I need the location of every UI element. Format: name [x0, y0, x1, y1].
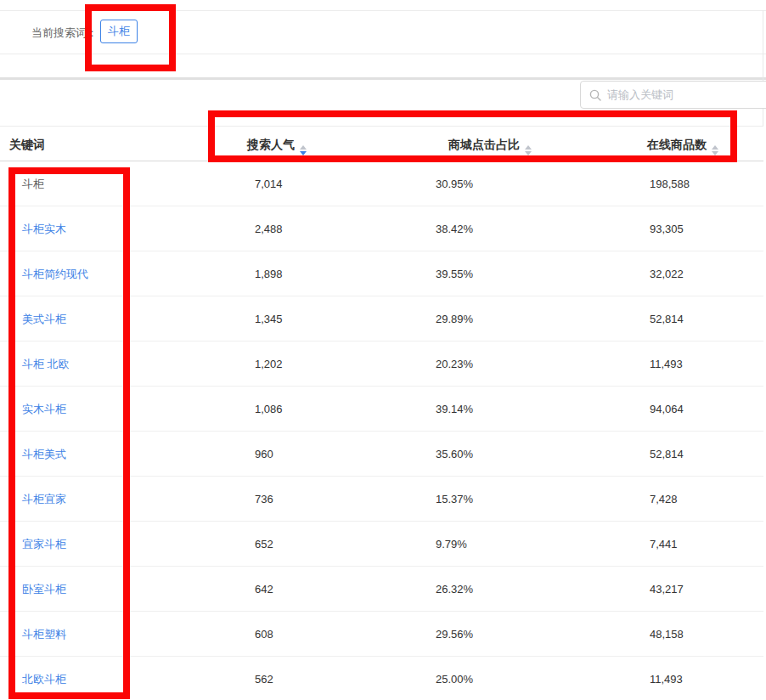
keyword-link[interactable]: 宜家斗柜	[22, 522, 66, 567]
sort-icon[interactable]	[525, 145, 532, 155]
mall-click-ratio-value: 29.89%	[436, 296, 473, 342]
mall-click-ratio-value: 35.60%	[436, 432, 473, 477]
search-icon	[589, 89, 601, 101]
keyword-link[interactable]: 北欧斗柜	[22, 657, 66, 700]
online-products-value: 11,493	[650, 342, 683, 387]
mall-click-ratio-value: 20.23%	[436, 342, 473, 387]
sort-icon[interactable]	[712, 145, 718, 155]
online-products-value: 43,217	[650, 567, 684, 612]
mall-click-ratio-value: 15.37%	[436, 477, 473, 522]
mall-click-ratio-value: 39.14%	[436, 387, 473, 432]
keyword-link[interactable]: 斗柜宜家	[22, 477, 66, 522]
current-search-term-label: 当前搜索词：	[31, 25, 98, 41]
online-products-value: 7,441	[650, 522, 678, 567]
table-row: 斗柜实木 2,488 38.42% 93,305	[0, 206, 763, 251]
current-search-term-tag[interactable]: 斗柜	[100, 20, 138, 43]
top-divider	[0, 10, 766, 11]
table-row: 斗柜美式 960 35.60% 52,814	[0, 432, 763, 477]
column-header-keyword: 关键词	[9, 127, 45, 162]
topbar-bottom-divider	[0, 54, 766, 54]
keyword-link[interactable]: 斗柜 北欧	[22, 342, 70, 387]
mall-click-ratio-value: 26.32%	[436, 567, 473, 612]
search-popularity-value: 608	[255, 612, 273, 657]
column-header-mall-click-ratio[interactable]: 商城点击占比	[448, 127, 532, 162]
search-popularity-value: 2,488	[255, 206, 283, 251]
keyword-link[interactable]: 斗柜简约现代	[22, 251, 88, 296]
mall-click-ratio-value: 25.00%	[436, 657, 473, 700]
search-popularity-value: 7,014	[255, 161, 283, 206]
online-products-value: 48,158	[650, 612, 684, 657]
mall-click-ratio-value: 38.42%	[436, 206, 473, 251]
sort-icon[interactable]	[300, 145, 307, 155]
keyword-link[interactable]: 卧室斗柜	[22, 567, 66, 612]
table-row: 斗柜 7,014 30.95% 198,588	[0, 161, 763, 206]
mall-click-ratio-value: 30.95%	[436, 161, 473, 206]
mall-click-ratio-value: 29.56%	[436, 612, 473, 657]
section-divider	[0, 77, 766, 80]
search-input[interactable]	[607, 88, 760, 101]
keyword-link[interactable]: 美式斗柜	[22, 296, 66, 342]
online-products-value: 7,428	[650, 477, 678, 522]
table-row: 斗柜塑料 608 29.56% 48,158	[0, 612, 763, 657]
table-row: 北欧斗柜 562 25.00% 11,493	[0, 657, 763, 700]
search-popularity-value: 642	[255, 567, 273, 612]
online-products-value: 198,588	[650, 161, 690, 206]
keyword-link[interactable]: 实木斗柜	[22, 387, 66, 432]
table-row: 斗柜宜家 736 15.37% 7,428	[0, 477, 763, 522]
column-header-online-products[interactable]: 在线商品数	[647, 127, 718, 162]
mall-click-ratio-value: 9.79%	[436, 522, 467, 567]
keyword-link[interactable]: 斗柜美式	[22, 432, 66, 477]
keyword-text: 斗柜	[22, 161, 44, 206]
keyword-link[interactable]: 斗柜塑料	[22, 612, 66, 657]
search-popularity-value: 562	[255, 657, 273, 700]
table-row: 实木斗柜 1,086 39.14% 94,064	[0, 387, 763, 432]
column-header-search-popularity[interactable]: 搜索人气	[247, 127, 307, 162]
online-products-value: 94,064	[650, 387, 684, 432]
search-popularity-value: 652	[255, 522, 273, 567]
search-popularity-value: 1,086	[255, 387, 283, 432]
search-popularity-value: 736	[255, 477, 273, 522]
mall-click-ratio-value: 39.55%	[436, 251, 473, 296]
table-row: 美式斗柜 1,345 29.89% 52,814	[0, 296, 763, 342]
keyword-search-box[interactable]	[580, 81, 766, 109]
search-popularity-value: 1,202	[255, 342, 283, 387]
table-row: 卧室斗柜 642 26.32% 43,217	[0, 567, 763, 612]
table-row: 宜家斗柜 652 9.79% 7,441	[0, 522, 763, 567]
keyword-link[interactable]: 斗柜实木	[22, 206, 66, 251]
search-popularity-value: 960	[255, 432, 273, 477]
online-products-value: 32,022	[650, 251, 684, 296]
search-popularity-value: 1,898	[255, 251, 283, 296]
search-popularity-value: 1,345	[255, 296, 283, 342]
online-products-value: 93,305	[650, 206, 684, 251]
table-row: 斗柜 北欧 1,202 20.23% 11,493	[0, 342, 763, 387]
table-row: 斗柜简约现代 1,898 39.55% 32,022	[0, 251, 763, 296]
table-body: 斗柜 7,014 30.95% 198,588 斗柜实木 2,488 38.42…	[0, 161, 763, 700]
online-products-value: 11,493	[650, 657, 683, 700]
table-header: 关键词 搜索人气 商城点击占比 在线商品数	[0, 126, 763, 161]
online-products-value: 52,814	[650, 296, 684, 342]
online-products-value: 52,814	[650, 432, 684, 477]
